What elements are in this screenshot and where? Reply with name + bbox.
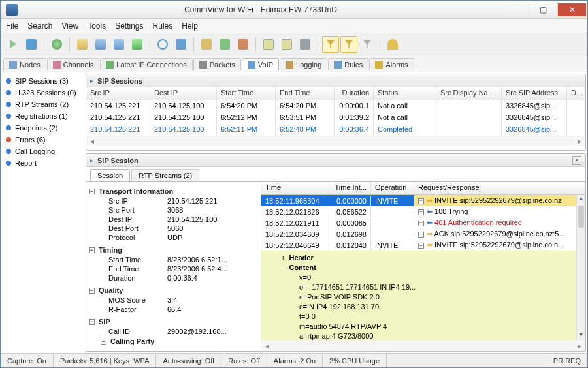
expand-toggle[interactable]: − <box>418 243 424 249</box>
sidebar: SIP Sessions (3)H.323 Sessions (0)RTP St… <box>1 72 84 353</box>
message-row[interactable]: 18:52:12.0218260.056522+⬅ 100 Trying <box>261 206 576 217</box>
col-dest-ip[interactable]: Dest IP <box>150 87 217 100</box>
session-tab[interactable]: RTP Streams (2) <box>131 169 199 181</box>
message-row[interactable]: 18:52:11.9653040.000000INVITE+➡ INVITE s… <box>261 195 576 206</box>
search-button[interactable] <box>154 36 171 53</box>
menu-view[interactable]: View <box>61 22 78 31</box>
menu-settings[interactable]: Settings <box>115 22 143 31</box>
col-time[interactable]: Time <box>261 182 329 194</box>
tab-icon <box>248 61 255 69</box>
col-start-time[interactable]: Start Time <box>217 87 276 100</box>
col-dest-disp[interactable]: Dest Display <box>567 87 585 100</box>
tree-toggle[interactable]: − <box>89 319 95 325</box>
collapse-icon[interactable]: ▸ <box>90 157 93 164</box>
col-src-sip[interactable]: Src SIP Address <box>502 87 567 100</box>
tab-label: Rules <box>344 61 363 69</box>
sidebar-item[interactable]: Call Logging <box>2 146 82 157</box>
collapse-icon[interactable]: ▸ <box>90 77 93 84</box>
tree-toggle[interactable]: − <box>101 339 106 345</box>
sip-session-panel: ▸SIP Session× SessionRTP Streams (2) −Tr… <box>86 153 586 352</box>
col-src-dn[interactable]: Src Display Na... <box>436 87 502 100</box>
sidebar-item[interactable]: RTP Streams (2) <box>2 99 82 110</box>
tab-alarms[interactable]: Alarms <box>369 58 414 70</box>
tab-label: Channels <box>63 61 93 69</box>
messages-hscroll[interactable]: ◄► <box>261 341 585 351</box>
wrench-button[interactable] <box>297 36 314 53</box>
maximize-button[interactable]: ▢ <box>529 3 557 16</box>
tab-channels[interactable]: Channels <box>47 58 99 70</box>
message-row[interactable]: 18:52:12.0219110.000085+⬅ 401 Authentica… <box>261 217 576 228</box>
globe-button[interactable] <box>48 36 65 53</box>
minimize-button[interactable]: — <box>500 3 529 16</box>
key-button[interactable] <box>384 36 401 53</box>
play-button[interactable] <box>5 36 22 53</box>
expand-toggle[interactable]: + <box>418 232 424 238</box>
section-title: Quality <box>99 286 123 294</box>
property-row: Start Time8/23/2006 6:52:1... <box>89 255 258 264</box>
menu-tools[interactable]: Tools <box>88 22 106 31</box>
col-operation[interactable]: Operation <box>371 182 414 194</box>
stop-button[interactable] <box>23 36 40 53</box>
expand-toggle[interactable]: + <box>281 254 285 262</box>
cols2-button[interactable] <box>216 36 233 53</box>
expand-toggle[interactable]: + <box>418 221 424 226</box>
sidebar-item[interactable]: H.323 Sessions (0) <box>2 87 82 99</box>
tab-nodes[interactable]: Nodes <box>3 58 46 70</box>
col-duration[interactable]: Duration <box>335 87 374 100</box>
tree-toggle[interactable]: − <box>89 288 95 294</box>
close-panel-button[interactable]: × <box>572 156 581 165</box>
close-button[interactable]: ✕ <box>557 3 586 16</box>
session-tab[interactable]: Session <box>90 169 130 181</box>
main-tabstrip: NodesChannelsLatest IP ConnectionsPacket… <box>1 55 587 72</box>
funnel3-button[interactable] <box>359 36 376 53</box>
sidebar-label: Endpoints (2) <box>15 124 57 132</box>
menu-search[interactable]: Search <box>27 22 52 31</box>
tab-icon <box>106 61 114 69</box>
expand-toggle[interactable]: + <box>418 198 424 204</box>
funnel1-button[interactable] <box>322 36 339 53</box>
sidebar-item[interactable]: Report <box>2 157 82 169</box>
filter-button[interactable] <box>172 36 189 53</box>
sessions-hscroll[interactable]: ◄► <box>86 136 585 146</box>
menu-help[interactable]: Help <box>182 22 198 31</box>
message-row[interactable]: 18:52:12.0346090.012698+➡ ACK sip:529522… <box>261 228 576 239</box>
menu-file[interactable]: File <box>6 22 18 31</box>
tab-logging[interactable]: Logging <box>280 58 327 70</box>
tree-toggle[interactable]: − <box>89 247 95 253</box>
cols1-button[interactable] <box>198 36 215 53</box>
sidebar-item[interactable]: Registrations (1) <box>2 110 82 122</box>
sidebar-item[interactable]: Errors (6) <box>2 134 82 146</box>
expand-toggle[interactable]: + <box>418 209 424 215</box>
content-line: t=0 0 <box>281 311 574 321</box>
session-row[interactable]: 210.54.125.221210.54.125.1006:52:12 PM6:… <box>86 112 585 124</box>
message-row[interactable]: 18:52:12.0466490.012040INVITE−➡ INVITE s… <box>261 239 576 251</box>
sidebar-item[interactable]: SIP Sessions (3) <box>2 75 82 87</box>
col-time-int[interactable]: Time Int... <box>329 182 371 194</box>
open-button[interactable] <box>74 36 91 53</box>
cols3-button[interactable] <box>235 36 252 53</box>
bullet-icon <box>6 149 11 154</box>
vscrollbar[interactable]: ▲▼ <box>576 195 585 341</box>
ip-button[interactable] <box>278 36 295 53</box>
mac-button[interactable] <box>260 36 277 53</box>
tab-label: VoIP <box>258 61 273 69</box>
tree-toggle[interactable]: − <box>89 189 95 194</box>
funnel2-button[interactable] <box>340 36 357 53</box>
tab-voip[interactable]: VoIP <box>242 58 279 70</box>
session-row[interactable]: 210.54.125.221210.54.125.1006:54:20 PM6:… <box>86 100 585 112</box>
tab-packets[interactable]: Packets <box>193 58 241 70</box>
tab-rules[interactable]: Rules <box>328 58 368 70</box>
expand-toggle[interactable]: − <box>281 264 285 271</box>
col-status[interactable]: Status <box>374 87 436 100</box>
col-end-time[interactable]: End Time <box>276 87 335 100</box>
col-req-res[interactable]: Request/Response <box>414 182 585 194</box>
sessions-body: 210.54.125.221210.54.125.1006:54:20 PM6:… <box>86 100 585 136</box>
tab-latest-ip-connections[interactable]: Latest IP Connections <box>100 58 192 70</box>
save-as-button[interactable] <box>110 36 127 53</box>
col-src-ip[interactable]: Src IP <box>86 87 150 100</box>
session-row[interactable]: 210.54.125.221210.54.125.1006:52:11 PM6:… <box>86 124 585 136</box>
save-button[interactable] <box>92 36 109 53</box>
sidebar-item[interactable]: Endpoints (2) <box>2 122 82 134</box>
paint-button[interactable] <box>129 36 146 53</box>
menu-rules[interactable]: Rules <box>153 22 173 31</box>
